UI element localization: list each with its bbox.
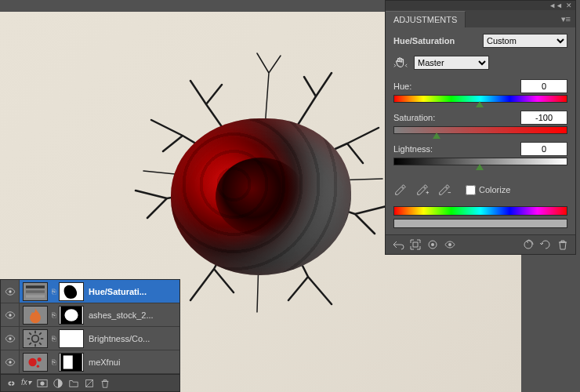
panel-menu-icon[interactable]: ▾≡: [556, 11, 575, 27]
saturation-slider-block: Saturation:: [393, 111, 567, 134]
spectrum-bottom: [393, 219, 567, 228]
svg-rect-29: [413, 242, 418, 247]
hue-track[interactable]: [393, 95, 567, 103]
back-arrow-icon[interactable]: [392, 238, 404, 251]
svg-point-19: [9, 361, 11, 363]
svg-rect-24: [63, 355, 73, 368]
svg-rect-3: [26, 295, 45, 297]
rose-graphic: [171, 118, 351, 275]
new-layer-icon[interactable]: [84, 378, 95, 389]
layer-mask-thumb[interactable]: [59, 282, 84, 301]
svg-point-0: [9, 290, 11, 292]
layer-mask-thumb[interactable]: [59, 329, 84, 348]
hue-label: Hue:: [393, 82, 520, 91]
panel-tabbar: ADJUSTMENTS ▾≡: [386, 10, 575, 27]
clip-icon[interactable]: [426, 238, 439, 251]
svg-rect-2: [26, 290, 45, 292]
mask-icon[interactable]: [37, 378, 48, 389]
channel-select[interactable]: Master: [414, 56, 489, 70]
layer-name[interactable]: ashes_stock_2...: [85, 310, 154, 320]
fx-icon[interactable]: fx▾: [21, 378, 32, 389]
svg-line-17: [39, 332, 42, 335]
layer-row[interactable]: ⎘meXfnui: [1, 350, 179, 374]
layer-thumb[interactable]: [23, 282, 48, 301]
visibility-toggle[interactable]: [1, 350, 20, 373]
layer-thumb[interactable]: [23, 306, 48, 325]
svg-point-5: [9, 314, 11, 316]
saturation-label: Saturation:: [393, 113, 520, 122]
visibility-toggle[interactable]: [1, 303, 20, 326]
svg-point-9: [32, 335, 39, 342]
hue-slider-block: Hue:: [393, 79, 567, 103]
layers-panel: ⎘Hue/Saturati...⎘ashes_stock_2...⎘Bright…: [0, 279, 180, 392]
svg-point-26: [40, 381, 44, 385]
layer-row[interactable]: ⎘Hue/Saturati...: [1, 280, 179, 303]
trash-icon[interactable]: [556, 238, 569, 251]
layer-row[interactable]: ⎘Brightness/Co...: [1, 327, 179, 350]
svg-point-7: [64, 309, 78, 321]
layer-name[interactable]: Hue/Saturati...: [85, 287, 147, 296]
svg-point-8: [9, 337, 11, 339]
svg-point-31: [431, 243, 434, 246]
lightness-slider-block: Lightness:: [393, 142, 567, 165]
eyedropper-icon[interactable]: [393, 183, 408, 197]
spectrum-top: [393, 206, 567, 216]
visibility-icon[interactable]: [444, 238, 456, 251]
tab-adjustments[interactable]: ADJUSTMENTS: [386, 11, 466, 27]
lightness-track[interactable]: [393, 158, 567, 165]
link-icon: ⎘: [49, 358, 57, 366]
panel-topbar: ◄◄ ✕: [386, 1, 575, 10]
layer-mask-thumb[interactable]: [59, 353, 84, 372]
colorize-checkbox[interactable]: [466, 185, 476, 195]
lightness-input[interactable]: [520, 142, 567, 156]
adjustment-layer-icon[interactable]: [53, 378, 63, 389]
trash-icon[interactable]: [100, 378, 111, 389]
colorize-checkbox-wrap[interactable]: Colorize: [466, 185, 510, 195]
link-icon: ⎘: [49, 335, 57, 343]
link-icon: ⎘: [49, 311, 57, 319]
hue-input[interactable]: [520, 79, 567, 93]
layer-name[interactable]: meXfnui: [85, 358, 120, 367]
lightness-label: Lightness:: [393, 144, 520, 154]
visibility-toggle[interactable]: [1, 327, 20, 350]
group-icon[interactable]: [68, 378, 79, 389]
layer-row[interactable]: ⎘ashes_stock_2...: [1, 303, 179, 327]
layer-mask-thumb[interactable]: [59, 306, 84, 325]
preset-select[interactable]: Custom: [483, 34, 567, 48]
prev-state-icon[interactable]: [522, 238, 535, 251]
reset-icon[interactable]: [539, 238, 552, 251]
link-icon: ⎘: [49, 288, 57, 296]
eyedropper-minus-icon[interactable]: [437, 183, 451, 197]
collapse-icon[interactable]: ◄◄: [549, 2, 563, 9]
saturation-track[interactable]: [393, 126, 567, 134]
eyedropper-plus-icon[interactable]: [415, 183, 430, 197]
adjustment-title: Hue/Saturation: [393, 36, 483, 45]
svg-rect-18: [60, 329, 82, 348]
hue-handle[interactable]: [476, 101, 485, 109]
svg-point-33: [524, 241, 532, 249]
adjustments-footer: [386, 234, 575, 254]
layer-name[interactable]: Brightness/Co...: [85, 334, 150, 343]
close-icon[interactable]: ✕: [566, 2, 572, 9]
svg-point-32: [448, 243, 451, 246]
expand-icon[interactable]: [409, 238, 422, 251]
svg-line-14: [29, 332, 31, 335]
svg-line-16: [29, 343, 31, 345]
layers-footer: fx▾: [1, 374, 179, 391]
layer-thumb[interactable]: [23, 353, 48, 372]
saturation-handle[interactable]: [433, 132, 442, 140]
link-layers-icon[interactable]: [5, 378, 16, 389]
svg-point-21: [38, 358, 42, 361]
visibility-toggle[interactable]: [1, 280, 20, 303]
svg-point-20: [28, 358, 36, 365]
svg-line-15: [39, 343, 42, 345]
svg-point-22: [37, 365, 39, 367]
colorize-label: Colorize: [479, 185, 510, 194]
adjustments-panel: ◄◄ ✕ ADJUSTMENTS ▾≡ Hue/Saturation Custo…: [385, 0, 576, 255]
lightness-handle[interactable]: [476, 164, 485, 172]
scrubby-hand-icon[interactable]: [393, 56, 408, 70]
saturation-input[interactable]: [520, 111, 567, 125]
layer-thumb[interactable]: [23, 329, 48, 348]
svg-rect-1: [26, 285, 45, 288]
